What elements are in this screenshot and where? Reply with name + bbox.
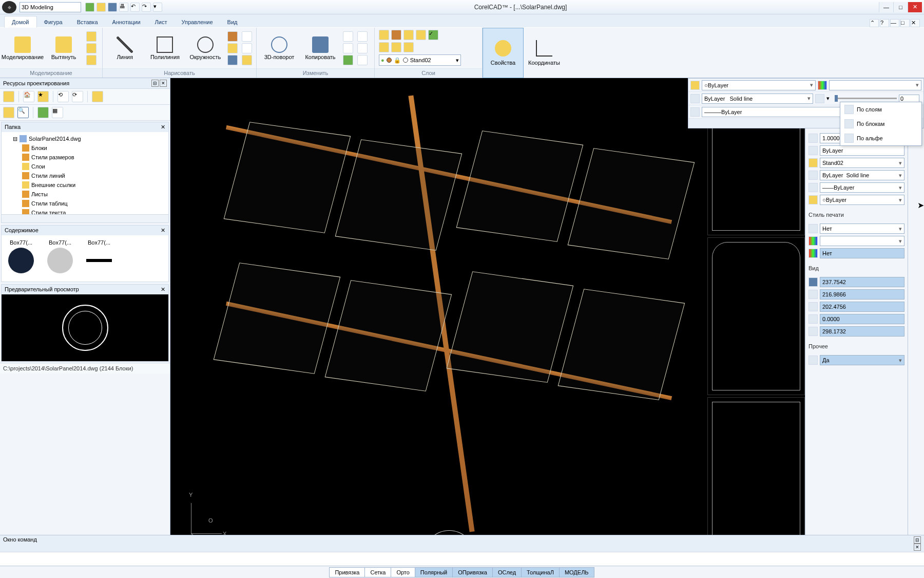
sb-lweight[interactable]: ТолщинаЛ bbox=[521, 567, 560, 577]
maximize-button[interactable]: □ bbox=[893, 2, 908, 12]
resource-tree[interactable]: ⊟SolarPanel2014.dwg Блоки Стили размеров… bbox=[2, 132, 168, 214]
sweep-icon[interactable] bbox=[86, 31, 97, 42]
layer-match-icon[interactable] bbox=[403, 42, 414, 52]
lineweight-field[interactable]: —— ByLayer▾ bbox=[820, 182, 904, 193]
layer-field[interactable]: Stand02▾ bbox=[820, 158, 904, 168]
qat-new-icon[interactable] bbox=[85, 3, 94, 12]
sb-otrack[interactable]: ОСлед bbox=[492, 567, 522, 577]
extrude-button[interactable]: Вытянуть bbox=[45, 31, 82, 65]
color-book-icon[interactable] bbox=[818, 81, 827, 90]
panel-pin-icon[interactable]: ⊟ bbox=[151, 80, 159, 87]
erase-icon[interactable] bbox=[357, 31, 368, 42]
cmd-close-icon[interactable]: ✕ bbox=[914, 544, 921, 551]
content-item[interactable]: Box77(... bbox=[45, 239, 75, 277]
model-viewport[interactable]: Y X Z O bbox=[170, 78, 805, 554]
view-x-field[interactable]: 237.7542 bbox=[820, 277, 904, 287]
hatch-icon[interactable] bbox=[227, 43, 238, 53]
print-color-field[interactable]: ▾ bbox=[820, 236, 904, 246]
view-dist-field[interactable]: 298.1732 bbox=[820, 326, 904, 337]
layer-lock-icon[interactable] bbox=[416, 30, 426, 40]
sb-model[interactable]: МОДЕЛЬ bbox=[559, 567, 594, 577]
front-view[interactable] bbox=[707, 237, 805, 395]
layer-iso-icon[interactable] bbox=[379, 42, 389, 52]
bylayer-field[interactable]: ByLayer bbox=[820, 145, 904, 156]
sb-ortho[interactable]: Орто bbox=[391, 567, 415, 577]
doc-minimize-icon[interactable]: — bbox=[890, 19, 899, 27]
tree-scrollbar[interactable] bbox=[2, 214, 168, 222]
spline-icon[interactable] bbox=[227, 55, 238, 65]
minimize-button[interactable]: — bbox=[879, 2, 893, 12]
copy-button[interactable]: Копировать bbox=[302, 31, 339, 65]
menu-by-alpha[interactable]: По альфе bbox=[840, 131, 921, 145]
linetype-field[interactable]: ByLayer Solid line▾ bbox=[820, 170, 904, 180]
color-book-combo[interactable]: ▾ bbox=[829, 80, 921, 90]
tab-view[interactable]: Вид bbox=[220, 16, 245, 27]
menu-by-layers[interactable]: По слоям bbox=[840, 102, 921, 117]
layer-selector[interactable]: ●🔒 Stand02 ▾ bbox=[379, 54, 461, 66]
folder-section-close-icon[interactable]: ✕ bbox=[161, 124, 165, 130]
transparency-slider[interactable] bbox=[835, 98, 897, 99]
forward-icon[interactable]: ⟳ bbox=[72, 91, 83, 102]
cmd-pin-icon[interactable]: ⊟ bbox=[914, 536, 921, 544]
arc-icon[interactable] bbox=[227, 31, 238, 42]
view-zoom-icon[interactable]: 🔍 bbox=[17, 107, 29, 118]
tab-sheet[interactable]: Лист bbox=[148, 16, 175, 27]
qat-more-icon[interactable]: ▾ bbox=[153, 3, 162, 12]
move-icon[interactable] bbox=[343, 55, 353, 65]
workspace-selector[interactable] bbox=[20, 2, 81, 12]
loft-icon[interactable] bbox=[86, 55, 97, 65]
layer-check-icon[interactable]: ✓ bbox=[428, 30, 438, 40]
color-bylayer-combo[interactable]: ○ ByLayer▾ bbox=[702, 80, 816, 90]
qat-print-icon[interactable]: 🖶 bbox=[119, 3, 128, 12]
panel-close-icon[interactable]: ✕ bbox=[160, 80, 167, 87]
stretch-icon[interactable] bbox=[357, 55, 368, 65]
line-button[interactable]: Линия bbox=[107, 31, 143, 65]
properties-panel-button[interactable]: Свойства bbox=[483, 28, 524, 78]
scale-icon[interactable] bbox=[357, 43, 368, 53]
tab-annotations[interactable]: Аннотации bbox=[105, 16, 148, 27]
array-icon[interactable] bbox=[343, 31, 353, 42]
modeling-button[interactable]: Моделирование bbox=[4, 31, 41, 65]
preview-section-close-icon[interactable]: ✕ bbox=[161, 286, 165, 293]
layer-prev-icon[interactable] bbox=[391, 42, 401, 52]
content-item[interactable]: Box77(... bbox=[6, 239, 36, 277]
side-view[interactable] bbox=[707, 397, 805, 554]
content-section-close-icon[interactable]: ✕ bbox=[161, 227, 165, 234]
region-icon[interactable] bbox=[242, 55, 252, 65]
tab-manage[interactable]: Управление bbox=[174, 16, 220, 27]
layer-off-icon[interactable] bbox=[403, 30, 414, 40]
sb-snap[interactable]: Привязка bbox=[329, 567, 365, 577]
home-icon[interactable]: 🏠 bbox=[23, 91, 34, 102]
ellipse-icon[interactable] bbox=[242, 31, 252, 42]
3drotate-button[interactable]: 3D-поворот bbox=[261, 31, 298, 65]
rect-icon[interactable] bbox=[242, 43, 252, 53]
refresh-icon[interactable] bbox=[92, 91, 103, 102]
coordinates-panel-button[interactable]: Координаты bbox=[524, 28, 565, 78]
ribbon-collapse-icon[interactable]: ⌃ bbox=[870, 19, 879, 27]
favorite-icon[interactable]: ★ bbox=[37, 91, 49, 102]
view-z-field[interactable]: 202.4756 bbox=[820, 302, 904, 312]
qat-redo-icon[interactable]: ↷ bbox=[142, 3, 151, 12]
linetype-combo[interactable]: ByLayer Solid line▾ bbox=[702, 94, 813, 104]
mirror-icon[interactable] bbox=[343, 43, 353, 53]
qat-save-icon[interactable] bbox=[108, 3, 117, 12]
doc-restore-icon[interactable]: □ bbox=[900, 19, 910, 27]
color-field[interactable]: ○ ByLayer▾ bbox=[820, 195, 904, 205]
circle-button[interactable]: Окружность bbox=[187, 31, 223, 65]
view-angle-field[interactable]: 0.0000 bbox=[820, 314, 904, 324]
close-button[interactable]: ✕ bbox=[908, 2, 922, 12]
layer-freeze-icon[interactable] bbox=[391, 30, 401, 40]
transparency-icon[interactable] bbox=[815, 94, 824, 103]
view-grid-icon[interactable]: ▦ bbox=[52, 107, 63, 118]
doc-close-icon[interactable]: ✕ bbox=[911, 19, 920, 27]
ribbon-help-icon[interactable]: ? bbox=[880, 19, 889, 27]
revolve-icon[interactable] bbox=[86, 43, 97, 53]
polyline-button[interactable]: Полилиния bbox=[147, 31, 183, 65]
back-icon[interactable]: ⟲ bbox=[57, 91, 69, 102]
qat-open-icon[interactable] bbox=[97, 3, 106, 12]
content-item[interactable]: Box77(... bbox=[84, 239, 114, 277]
print-style-field[interactable]: Нет▾ bbox=[820, 223, 904, 234]
view-y-field[interactable]: 216.9866 bbox=[820, 289, 904, 300]
qat-undo-icon[interactable]: ↶ bbox=[130, 3, 140, 12]
folder-open-icon[interactable] bbox=[3, 91, 14, 102]
